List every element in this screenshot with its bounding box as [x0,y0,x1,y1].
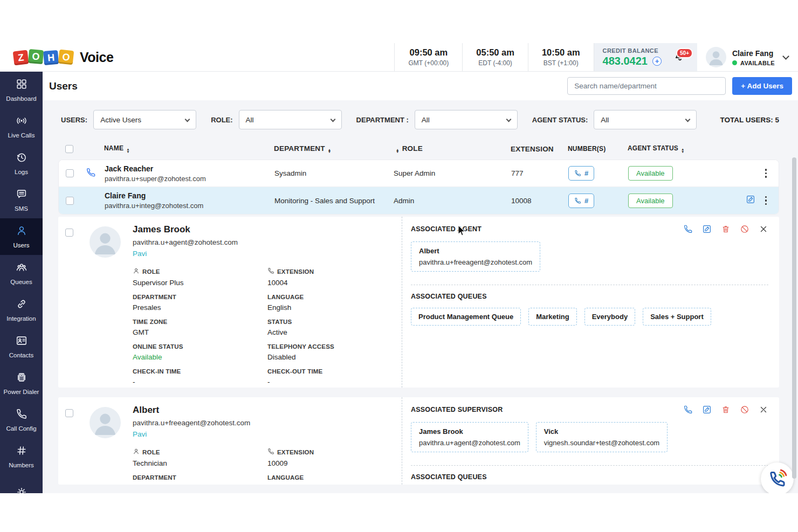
person-email: pavithra.u+freeagent@zohotest.com [419,258,532,266]
associated-person-chip[interactable]: Albertpavithra.u+freeagent@zohotest.com [411,241,540,272]
detail-label: TELEPHONY ACCESS [267,343,402,350]
zoho-voice-logo[interactable]: ZOHO Voice [13,43,113,71]
associated-section-title: ASSOCIATED AGENT [411,225,481,233]
page-title: Users [49,80,78,92]
detail-value: Presales [133,303,267,312]
block-icon[interactable] [740,224,749,234]
call-icon[interactable] [86,167,96,179]
chevron-down-icon [330,117,335,122]
edit-icon[interactable] [702,405,712,414]
cell-name: Jack Reacherpavithra.u+super@zohotest.co… [80,164,258,183]
dashed-divider [411,465,768,466]
detail-online-status: ONLINE STATUSAvailable [133,343,267,361]
call-icon[interactable] [683,224,693,234]
sidebar-item-live-calls[interactable]: Live Calls [0,108,43,145]
filter-department: DEPARTMENT :All [356,110,518,129]
sort-icon[interactable]: ▲▼ [396,149,400,153]
filter-select-role[interactable]: All [239,110,342,129]
app-window: ZOHO Voice 09:50 amGMT (+00:00)05:50 amE… [0,0,798,532]
sidebar-item-contacts[interactable]: Contacts [0,328,43,365]
sort-icon[interactable]: ▲▼ [328,149,332,153]
row-checkbox[interactable] [66,197,74,205]
dialer-fab[interactable] [761,462,794,495]
sidebar-item-settings-gear[interactable] [0,475,43,493]
cell-name: Claire Fangpavithra.u+integ@zohotest.com [80,191,258,210]
call-config-phone-icon [16,408,27,422]
select-all-checkbox[interactable] [65,145,73,153]
bottom-whitespace [0,493,798,532]
more-options-button[interactable] [765,196,767,205]
more-options-button[interactable] [765,169,767,178]
notification-badge: 50+ [676,48,693,58]
org-link[interactable]: Pavi [133,430,147,438]
sidebar-item-integration[interactable]: Integration [0,292,43,328]
account-menu[interactable]: Claire Fang AVAILABLE [697,43,798,71]
sidebar-item-sms[interactable]: SMS [0,182,43,218]
close-icon[interactable] [759,405,768,414]
associations-header: ASSOCIATED SUPERVISOR [411,405,768,414]
cell-department: Sysadmin [258,169,390,177]
filter-select-users[interactable]: Active Users [93,110,196,129]
table-row-claire-fang[interactable]: Claire Fangpavithra.u+integ@zohotest.com… [59,187,779,214]
cell-actions [708,195,779,206]
table-row-jack-reacher[interactable]: Jack Reacherpavithra.u+super@zohotest.co… [59,160,779,187]
table-header-row: NAME▲▼DEPARTMENT▲▼▲▼ROLEEXTENSIONNUMBER(… [58,138,779,160]
sidebar-item-numbers[interactable]: Numbers [0,438,43,475]
sidebar-item-label: Contacts [9,352,33,358]
users-person-icon [16,225,27,239]
sidebar-item-power-dialer[interactable]: Power Dialer [0,365,43,402]
associated-person-chip[interactable]: James Brookpavithra.u+agent@zohotest.com [411,422,528,452]
filter-select-department[interactable]: All [415,110,518,129]
add-users-button[interactable]: + Add Users [732,77,792,95]
row-checkbox[interactable] [66,169,74,177]
sort-icon[interactable]: ▲▼ [126,148,130,153]
sidebar-item-dashboard[interactable]: Dashboard [0,72,43,108]
edit-icon[interactable] [702,224,712,234]
row-checkbox[interactable] [65,409,73,417]
org-link[interactable]: Pavi [133,250,147,258]
delete-icon[interactable] [721,405,731,414]
numbers-button[interactable]: # [568,194,594,208]
sidebar-item-logs[interactable]: Logs [0,145,43,182]
detail-grid: ROLESupervisor PlusEXTENSION10004DEPARTM… [133,267,402,386]
sidebar-item-call-config[interactable]: Call Config [0,402,43,438]
person-name: James Brook [419,427,520,436]
detail-label: DEPARTMENT [133,474,267,481]
block-icon[interactable] [740,405,749,414]
close-icon[interactable] [759,224,768,234]
row-checkbox[interactable] [65,229,73,237]
add-credit-button[interactable]: + [652,57,662,66]
numbers-button[interactable]: # [568,166,594,181]
sidebar-item-label: Power Dialer [4,389,39,395]
detail-value: - [133,378,267,386]
sidebar-item-users[interactable]: Users [0,218,43,255]
detail-extension: EXTENSION10004 [267,267,402,287]
associated-queues-list: Product Management QueueMarketingEverybo… [411,308,768,326]
detail-label: ROLE [133,267,267,275]
queue-chip-everybody[interactable]: Everybody [584,308,635,326]
table-rows: Jack Reacherpavithra.u+super@zohotest.co… [58,160,779,215]
users-table: NAME▲▼DEPARTMENT▲▼▲▼ROLEEXTENSIONNUMBER(… [58,138,779,485]
cell-department: Monitoring - Sales and Support [258,197,390,205]
detail-value: - [267,378,402,386]
queue-chip-product-management-queue[interactable]: Product Management Queue [411,308,521,326]
search-input[interactable] [567,77,726,95]
card-action-icons [683,224,768,234]
contacts-card-icon [16,335,27,349]
queue-chip-sales-support[interactable]: Sales + Support [643,308,711,326]
delete-icon[interactable] [721,224,731,234]
clock-zone: GMT (+00:00) [408,59,449,67]
vertical-scrollbar[interactable] [792,157,796,479]
row-checkbox-cell [59,169,80,177]
call-icon[interactable] [683,405,693,414]
associated-person-chip[interactable]: Vickvignesh.soundar+test@zohotest.com [536,422,668,452]
sidebar-item-queues[interactable]: Queues [0,255,43,292]
filter-label: USERS: [61,116,87,124]
edit-icon[interactable] [746,195,755,206]
notifications-button[interactable]: 50+ [670,43,697,71]
queue-chip-marketing[interactable]: Marketing [528,308,576,326]
sort-icon[interactable]: ▲▼ [681,148,685,153]
zoho-letter-tile-0: Z [13,50,29,65]
filter-select-agent-status[interactable]: All [594,110,697,129]
numbers-hash-icon [16,445,27,459]
